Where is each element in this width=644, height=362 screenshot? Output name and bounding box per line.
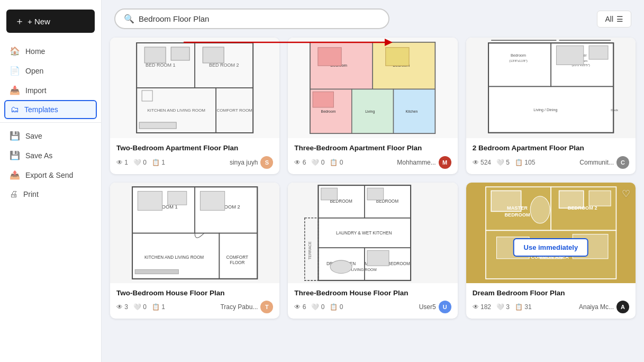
svg-rect-88	[589, 191, 611, 206]
card-meta-1: 👁 1 🤍 0 📋 1 sinya juyh S	[116, 156, 273, 169]
author-3: Communit... C	[579, 156, 629, 169]
copies-2: 📋 0	[330, 159, 343, 166]
svg-rect-14	[139, 122, 176, 129]
svg-rect-29	[313, 92, 333, 107]
template-grid: BED ROOM 1 BED ROOM 2 KITCHEN AND LIVING…	[102, 33, 644, 362]
sidebar-label-import: Import	[25, 86, 47, 95]
use-immediately-button[interactable]: Use immediately	[513, 238, 589, 257]
svg-rect-27	[318, 48, 341, 66]
svg-rect-85	[491, 191, 521, 211]
plus-icon: ＋	[15, 15, 24, 28]
svg-point-86	[530, 196, 550, 223]
search-input[interactable]	[139, 14, 380, 23]
card-image-3: Bedroom (13'8"x11'8") Master Bedroom (23…	[466, 38, 636, 138]
author-1: sinya juyh S	[230, 156, 273, 169]
card-image-5: BEDROOM BEDROOM LAUNDRY & WET KITCHEN DR…	[288, 183, 457, 283]
card-title-2: Three-Bedroom Apartment Floor Plan	[294, 143, 451, 153]
likes-3: 🤍 5	[496, 159, 510, 166]
search-icon: 🔍	[124, 14, 134, 24]
svg-rect-57	[200, 191, 224, 210]
filter-icon: ☰	[616, 15, 623, 23]
sidebar-item-home[interactable]: 🏠 Home	[0, 41, 101, 61]
favorite-button-6[interactable]: ♡	[622, 188, 630, 200]
sidebar-item-open[interactable]: 📄 Open	[0, 61, 101, 80]
svg-rect-58	[135, 269, 178, 274]
copies-6: 📋 31	[515, 303, 532, 311]
svg-text:FLOOR: FLOOR	[230, 260, 244, 265]
sidebar-item-templates[interactable]: 🗂 Templates	[4, 100, 97, 119]
filter-label: All	[605, 15, 613, 23]
search-box: 🔍	[114, 8, 389, 29]
filter-button[interactable]: All ☰	[597, 11, 631, 28]
svg-text:COMFORT ROOM: COMFORT ROOM	[217, 108, 253, 113]
svg-rect-12	[171, 47, 189, 60]
card-image-1: BED ROOM 1 BED ROOM 2 KITCHEN AND LIVING…	[110, 38, 279, 138]
new-label: + New	[28, 17, 50, 26]
sidebar-label-save: Save	[25, 132, 42, 140]
card-title-3: 2 Bedroom Apartment Floor Plan	[473, 143, 629, 153]
card-meta-5: 👁 6 🤍 0 📋 0 User5 U	[294, 301, 451, 313]
avatar-1: S	[260, 156, 273, 169]
template-card-2[interactable]: Bedroom Bedroom Bedroom Living Kitchen T…	[288, 38, 457, 174]
copies-1: 📋 1	[152, 159, 165, 166]
svg-text:KITCHEN AND LIVING ROOM: KITCHEN AND LIVING ROOM	[144, 255, 204, 259]
avatar-6: A	[616, 301, 629, 313]
svg-rect-28	[386, 48, 409, 66]
card-title-1: Two-Bedroom Apartment Floor Plan	[116, 143, 273, 153]
copies-5: 📋 0	[330, 303, 343, 311]
sidebar-item-save[interactable]: 💾 Save	[0, 126, 101, 146]
card-info-1: Two-Bedroom Apartment Floor Plan 👁 1 🤍 0…	[110, 138, 279, 174]
main-content: 🔍 All ☰ BED ROOM 1 BED ROOM 2 KI	[102, 0, 644, 362]
new-button[interactable]: ＋ + New	[6, 10, 95, 33]
views-2: 👁 6	[294, 159, 306, 166]
sidebar-label-open: Open	[25, 67, 43, 75]
sidebar-item-export[interactable]: 📤 Export & Send	[0, 165, 101, 185]
sidebar-item-save-as[interactable]: 💾 Save As	[0, 146, 101, 165]
card-image-2: Bedroom Bedroom Bedroom Living Kitchen	[288, 38, 457, 138]
svg-text:BEDROOM: BEDROOM	[504, 212, 530, 217]
author-2: Mohhamme... M	[397, 156, 451, 169]
sidebar-label-export: Export & Send	[25, 171, 73, 179]
template-card-1[interactable]: BED ROOM 1 BED ROOM 2 KITCHEN AND LIVING…	[110, 38, 279, 174]
likes-6: 🤍 3	[496, 303, 510, 311]
card-meta-3: 👁 524 🤍 5 📋 105 Communit... C	[473, 156, 629, 169]
likes-4: 🤍 0	[133, 303, 147, 311]
card-image-4: BED ROOM 1 BED ROOM 2 KITCHEN AND LIVING…	[110, 183, 279, 283]
svg-rect-55	[138, 191, 162, 210]
svg-text:Living / Dining: Living / Dining	[533, 108, 557, 112]
sidebar-label-print: Print	[23, 190, 39, 198]
import-icon: 📥	[10, 85, 20, 95]
template-card-4[interactable]: BED ROOM 1 BED ROOM 2 KITCHEN AND LIVING…	[110, 183, 279, 319]
template-card-5[interactable]: BEDROOM BEDROOM LAUNDRY & WET KITCHEN DR…	[288, 183, 457, 319]
template-card-3[interactable]: Bedroom (13'8"x11'8") Master Bedroom (23…	[466, 38, 636, 174]
export-icon: 📤	[10, 170, 20, 180]
card-title-6: Dream Bedroom Floor Plan	[473, 288, 629, 298]
save-icon: 💾	[10, 131, 20, 141]
svg-text:Bedroom: Bedroom	[321, 110, 336, 113]
template-card-6[interactable]: ♡ MASTER BEDROOM BEDROOM 2 COMMON AREA	[466, 183, 636, 319]
card-meta-4: 👁 3 🤍 0 📋 1 Tracy Pabu... T	[116, 301, 273, 313]
avatar-5: U	[439, 301, 451, 313]
author-4: Tracy Pabu... T	[220, 301, 273, 313]
print-icon: 🖨	[10, 189, 18, 199]
svg-text:Deck: Deck	[611, 108, 619, 112]
sidebar-item-print[interactable]: 🖨 Print	[0, 185, 101, 204]
card-info-4: Two-Bedroom House Floor Plan 👁 3 🤍 0 📋 1…	[110, 283, 279, 319]
templates-icon: 🗂	[11, 105, 19, 114]
svg-rect-73	[367, 188, 384, 200]
card-info-5: Three-Bedroom House Floor Plan 👁 6 🤍 0 📋…	[288, 283, 457, 319]
sidebar: ＋ + New 🏠 Home 📄 Open 📥 Import 🗂 Templat…	[0, 0, 102, 362]
author-6: Anaiya Mc... A	[579, 301, 629, 313]
svg-text:TERRACE: TERRACE	[308, 241, 312, 259]
sidebar-label-save-as: Save As	[25, 151, 52, 160]
svg-rect-56	[168, 191, 187, 205]
sidebar-divider	[0, 122, 101, 123]
views-1: 👁 1	[116, 159, 128, 166]
sidebar-label-home: Home	[25, 47, 45, 56]
sidebar-item-import[interactable]: 📥 Import	[0, 80, 101, 100]
card-image-6: ♡ MASTER BEDROOM BEDROOM 2 COMMON AREA	[466, 183, 636, 283]
svg-text:Kitchen: Kitchen	[406, 110, 418, 113]
card-info-2: Three-Bedroom Apartment Floor Plan 👁 6 🤍…	[288, 138, 457, 174]
card-title-5: Three-Bedroom House Floor Plan	[294, 288, 451, 298]
svg-text:LIVING ROOM: LIVING ROOM	[351, 268, 377, 272]
